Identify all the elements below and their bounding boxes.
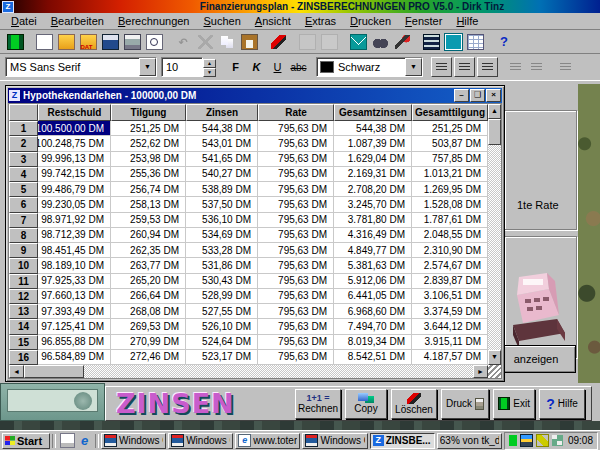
menu-item-fenster[interactable]: Fenster bbox=[398, 14, 449, 28]
open-dat-button[interactable] bbox=[78, 32, 98, 51]
chevron-down-icon[interactable]: ▼ bbox=[139, 58, 156, 76]
table-cell[interactable]: 97.925,33 DM bbox=[38, 274, 111, 289]
scroll-down-icon[interactable]: ▼ bbox=[488, 350, 501, 365]
font-family-combo[interactable]: MS Sans Serif ▼ bbox=[5, 57, 157, 77]
vertical-scrollbar[interactable]: ▲ ▼ bbox=[488, 104, 501, 365]
spin-down-icon[interactable]: ▼ bbox=[203, 68, 216, 77]
menu-item-bearbeiten[interactable]: Bearbeiten bbox=[44, 14, 111, 28]
table-cell[interactable]: 99.996,13 DM bbox=[38, 152, 111, 167]
table-cell[interactable]: 5.381,63 DM bbox=[334, 258, 412, 273]
table-cell[interactable]: 2.169,31 DM bbox=[334, 167, 412, 182]
align-left-button[interactable] bbox=[431, 57, 452, 77]
row-number[interactable]: 4 bbox=[9, 167, 38, 182]
color-combo[interactable]: Schwarz ▼ bbox=[316, 57, 423, 77]
table-cell[interactable]: 757,85 DM bbox=[412, 152, 488, 167]
row-number[interactable]: 6 bbox=[9, 197, 38, 212]
table-cell[interactable]: 795,63 DM bbox=[258, 274, 334, 289]
table-cell[interactable]: 98.971,92 DM bbox=[38, 213, 111, 228]
menu-item-drucken[interactable]: Drucken bbox=[343, 14, 398, 28]
table-cell[interactable]: 795,63 DM bbox=[258, 228, 334, 243]
table-cell[interactable]: 530,43 DM bbox=[186, 274, 258, 289]
table-cell[interactable]: 524,64 DM bbox=[186, 335, 258, 350]
exit-button[interactable] bbox=[5, 32, 25, 51]
table-cell[interactable]: 263,77 DM bbox=[111, 258, 186, 273]
vertical-scroll-thumb[interactable] bbox=[488, 119, 501, 145]
table-cell[interactable]: 100.248,75 DM bbox=[38, 136, 111, 151]
table-cell[interactable]: 544,38 DM bbox=[186, 121, 258, 136]
table-cell[interactable]: 266,64 DM bbox=[111, 289, 186, 304]
italic-button[interactable]: K bbox=[247, 58, 266, 76]
table-cell[interactable]: 795,63 DM bbox=[258, 136, 334, 151]
table-cell[interactable]: 265,20 DM bbox=[111, 274, 186, 289]
scroll-up-icon[interactable]: ▲ bbox=[488, 104, 501, 119]
table-cell[interactable]: 3.374,59 DM bbox=[412, 304, 488, 319]
new-button[interactable] bbox=[34, 32, 54, 51]
table-cell[interactable]: 537,50 DM bbox=[186, 197, 258, 212]
table-cell[interactable]: 258,13 DM bbox=[111, 197, 186, 212]
table-cell[interactable]: 5.912,06 DM bbox=[334, 274, 412, 289]
table-cell[interactable]: 99.742,15 DM bbox=[38, 167, 111, 182]
table-cell[interactable]: 1.787,61 DM bbox=[412, 213, 488, 228]
document-titlebar[interactable]: Z Hypothekendarlehen - 100000,00 DM – ❑ … bbox=[8, 88, 502, 103]
rechnen-button[interactable]: 1+1 = Rechnen bbox=[295, 389, 341, 419]
table-cell[interactable]: 252,62 DM bbox=[111, 136, 186, 151]
save-button[interactable] bbox=[100, 32, 120, 51]
menu-item-suchen[interactable]: Suchen bbox=[197, 14, 248, 28]
table-cell[interactable]: 795,63 DM bbox=[258, 167, 334, 182]
table-cell[interactable]: 96.855,88 DM bbox=[38, 335, 111, 350]
table-cell[interactable]: 96.584,89 DM bbox=[38, 350, 111, 365]
align-right-button[interactable] bbox=[477, 57, 498, 77]
druck-button[interactable]: Druck bbox=[441, 389, 489, 419]
table-cell[interactable]: 255,36 DM bbox=[111, 167, 186, 182]
table-cell[interactable]: 526,10 DM bbox=[186, 319, 258, 334]
table-cell[interactable]: 1.087,39 DM bbox=[334, 136, 412, 151]
resize-grip[interactable] bbox=[488, 365, 501, 378]
table-cell[interactable]: 3.781,80 DM bbox=[334, 213, 412, 228]
column-header-restschuld[interactable]: Restschuld bbox=[38, 104, 111, 121]
minimize-button[interactable]: – bbox=[454, 89, 469, 102]
row-number[interactable]: 16 bbox=[9, 350, 38, 365]
table-cell[interactable]: 100.500,00 DM bbox=[38, 121, 111, 136]
table-cell[interactable]: 1.269,95 DM bbox=[412, 182, 488, 197]
table-cell[interactable]: 4.849,77 DM bbox=[334, 243, 412, 258]
start-button[interactable]: Start bbox=[2, 433, 50, 449]
network-icon[interactable] bbox=[552, 435, 563, 446]
menu-item-hilfe[interactable]: Hilfe bbox=[449, 14, 485, 28]
table-cell[interactable]: 527,55 DM bbox=[186, 304, 258, 319]
paste-button[interactable] bbox=[239, 32, 259, 51]
mail-button[interactable] bbox=[348, 32, 368, 51]
row-number[interactable]: 7 bbox=[9, 213, 38, 228]
menu-item-ansicht[interactable]: Ansicht bbox=[248, 14, 298, 28]
row-number[interactable]: 9 bbox=[9, 243, 38, 258]
column-header-gesamttilgung[interactable]: Gesamttilgung bbox=[412, 104, 488, 121]
chevron-down-icon[interactable]: ▼ bbox=[405, 58, 422, 76]
table-cell[interactable]: 4.187,57 DM bbox=[412, 350, 488, 365]
table-cell[interactable]: 795,63 DM bbox=[258, 197, 334, 212]
table-cell[interactable]: 6.968,60 DM bbox=[334, 304, 412, 319]
table-cell[interactable]: 795,63 DM bbox=[258, 243, 334, 258]
table-cell[interactable]: 795,63 DM bbox=[258, 121, 334, 136]
scroll-left-icon[interactable]: ◄ bbox=[9, 365, 24, 378]
table-cell[interactable]: 2.574,67 DM bbox=[412, 258, 488, 273]
anzeigen-button[interactable]: anzeigen bbox=[496, 345, 576, 373]
table-cell[interactable]: 3.106,51 DM bbox=[412, 289, 488, 304]
row-number[interactable]: 13 bbox=[9, 304, 38, 319]
column-header-gesamtzinsen[interactable]: Gesamtzinsen bbox=[334, 104, 412, 121]
table-cell[interactable]: 97.125,41 DM bbox=[38, 319, 111, 334]
tray-status-icon[interactable] bbox=[509, 435, 517, 446]
table-cell[interactable]: 3.245,70 DM bbox=[334, 197, 412, 212]
print-preview-button[interactable] bbox=[144, 32, 164, 51]
horizontal-scrollbar[interactable]: ◄ ► bbox=[8, 365, 502, 379]
horizontal-scroll-track[interactable] bbox=[84, 365, 473, 378]
row-number[interactable]: 11 bbox=[9, 274, 38, 289]
table-cell[interactable]: 7.494,70 DM bbox=[334, 319, 412, 334]
table-cell[interactable]: 528,99 DM bbox=[186, 289, 258, 304]
table-button[interactable] bbox=[465, 32, 485, 51]
table-cell[interactable]: 270,99 DM bbox=[111, 335, 186, 350]
align-center-button[interactable] bbox=[454, 57, 475, 77]
font-size-combo[interactable]: 10 bbox=[161, 57, 203, 77]
table-cell[interactable]: 2.708,20 DM bbox=[334, 182, 412, 197]
table-cell[interactable]: 795,63 DM bbox=[258, 258, 334, 273]
table-cell[interactable]: 8.542,51 DM bbox=[334, 350, 412, 365]
vertical-scroll-track[interactable] bbox=[488, 145, 501, 350]
